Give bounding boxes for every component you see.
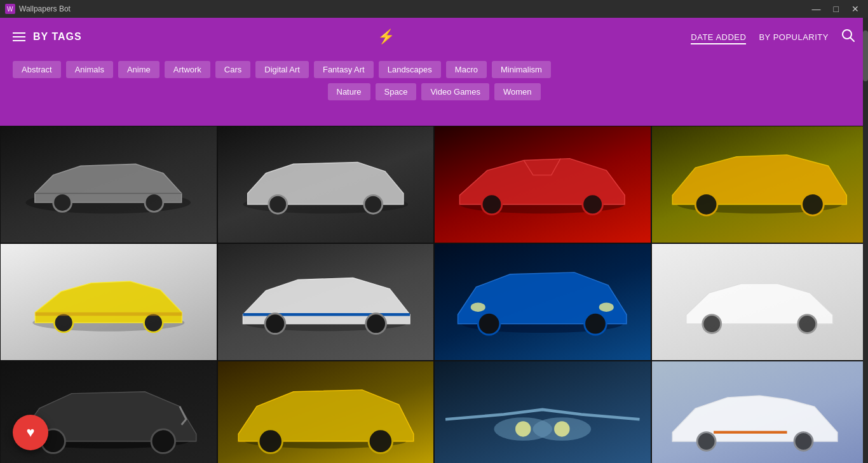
tag-btn-artwork[interactable]: Artwork (165, 61, 210, 78)
scrollbar-thumb[interactable] (863, 30, 868, 81)
titlebar: W Wallpapers Bot — □ ✕ (0, 0, 868, 18)
svg-point-40 (554, 422, 569, 437)
tag-btn-space[interactable]: Space (376, 83, 417, 100)
lightning-icon: ⚡ (377, 29, 395, 45)
svg-point-34 (259, 429, 283, 453)
app-icon: W (5, 4, 15, 14)
wallpaper-r1c4[interactable] (651, 126, 869, 243)
car-image-r2c1 (1, 244, 217, 360)
svg-line-3 (850, 37, 854, 41)
header-center: ⚡ (377, 29, 395, 45)
tag-btn-cars[interactable]: Cars (215, 61, 250, 78)
sort-date-button[interactable]: DATE ADDED (691, 30, 746, 44)
tag-btn-video-games[interactable]: Video Games (421, 83, 489, 100)
svg-point-27 (599, 303, 614, 312)
header-left: BY TAGS (13, 31, 82, 43)
search-button[interactable] (841, 29, 855, 46)
car-image-r3c4 (652, 361, 868, 463)
tag-btn-women[interactable]: Women (494, 83, 541, 100)
header-right: DATE ADDED BY POPULARITY (691, 29, 855, 46)
tags-row-1: AbstractAnimalsAnimeArtworkCarsDigital A… (13, 56, 855, 83)
svg-point-26 (471, 303, 485, 312)
sort-popularity-button[interactable]: BY POPULARITY (759, 30, 829, 44)
svg-point-6 (145, 194, 163, 212)
svg-point-12 (583, 194, 603, 215)
wallpaper-r3c2[interactable] (217, 361, 435, 463)
svg-point-15 (802, 194, 824, 216)
svg-point-41 (697, 433, 715, 451)
wallpaper-r3c4[interactable] (651, 361, 869, 463)
tags-row-2: NatureSpaceVideo GamesWomen (13, 83, 855, 105)
car-image-r3c2 (218, 361, 434, 463)
titlebar-title: Wallpapers Bot (19, 4, 71, 13)
tag-btn-minimalism[interactable]: Minimalism (492, 61, 551, 78)
car-image-r1c1 (1, 126, 217, 243)
wallpaper-r2c3[interactable] (434, 243, 651, 361)
tag-btn-landscapes[interactable]: Landscapes (379, 61, 441, 78)
svg-point-8 (269, 196, 287, 214)
titlebar-controls: — □ ✕ (808, 3, 863, 15)
minimize-button[interactable]: — (808, 3, 825, 15)
svg-point-28 (703, 315, 721, 333)
tag-btn-digital-art[interactable]: Digital Art (255, 61, 309, 78)
car-image-r2c2 (218, 244, 434, 360)
tag-btn-nature[interactable]: Nature (328, 83, 370, 100)
header-top: BY TAGS ⚡ DATE ADDED BY POPULARITY (13, 18, 855, 56)
svg-point-9 (364, 196, 383, 214)
hamburger-menu[interactable] (13, 32, 25, 41)
car-image-r2c4 (652, 244, 868, 360)
wallpaper-grid (0, 126, 868, 463)
svg-point-39 (515, 422, 531, 437)
svg-point-11 (482, 194, 503, 215)
car-image-r1c2 (218, 126, 434, 243)
svg-point-42 (794, 433, 813, 451)
wallpaper-r1c3[interactable] (434, 126, 651, 243)
tag-btn-fantasy-art[interactable]: Fantasy Art (314, 61, 374, 78)
svg-point-24 (478, 313, 501, 335)
close-button[interactable]: ✕ (848, 3, 863, 15)
svg-point-14 (695, 194, 717, 216)
by-tags-label: BY TAGS (33, 31, 82, 43)
wallpaper-r3c3[interactable] (434, 361, 651, 463)
maximize-button[interactable]: □ (830, 3, 843, 15)
wallpaper-r2c2[interactable] (217, 243, 435, 361)
svg-point-25 (585, 313, 607, 335)
svg-point-17 (54, 313, 73, 332)
car-image-r2c3 (435, 244, 651, 360)
svg-point-18 (144, 313, 163, 332)
car-image-r3c3 (435, 361, 651, 463)
svg-point-22 (366, 314, 386, 334)
car-image-r1c4 (652, 126, 868, 243)
tag-btn-animals[interactable]: Animals (66, 61, 113, 78)
search-icon (841, 29, 855, 43)
svg-point-29 (798, 315, 817, 333)
tag-btn-anime[interactable]: Anime (118, 61, 159, 78)
tag-btn-abstract[interactable]: Abstract (13, 61, 61, 78)
wallpaper-r2c1[interactable] (0, 243, 217, 361)
tag-btn-macro[interactable]: Macro (446, 61, 487, 78)
wallpaper-r1c2[interactable] (217, 126, 435, 243)
scrollbar[interactable] (863, 18, 868, 463)
svg-point-21 (265, 314, 285, 334)
svg-rect-36 (445, 380, 640, 458)
svg-rect-19 (35, 312, 182, 316)
favorites-button[interactable]: ♥ (13, 415, 48, 450)
wallpaper-r2c4[interactable] (651, 243, 869, 361)
svg-point-35 (369, 429, 393, 453)
header: BY TAGS ⚡ DATE ADDED BY POPULARITY Abstr… (0, 18, 868, 126)
svg-text:W: W (7, 6, 13, 13)
svg-point-32 (152, 429, 176, 453)
car-image-r1c3 (435, 126, 651, 243)
svg-point-5 (53, 194, 72, 212)
titlebar-left: W Wallpapers Bot (5, 4, 71, 14)
wallpaper-r1c1[interactable] (0, 126, 217, 243)
